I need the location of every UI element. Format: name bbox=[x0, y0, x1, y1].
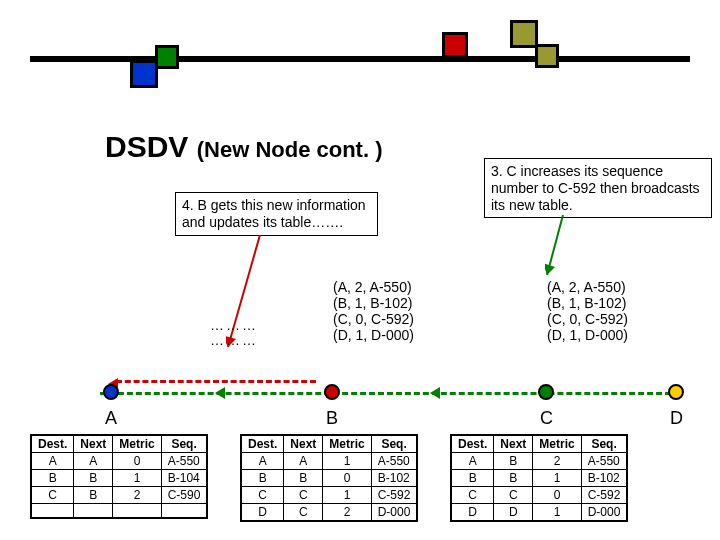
col-dest: Dest. bbox=[451, 435, 494, 453]
node-a-label: A bbox=[105, 408, 117, 429]
tuple: (A, 2, A-550) bbox=[333, 279, 414, 295]
routing-table-b: Dest. Next Metric Seq. AA1A-550 BB0B-102… bbox=[240, 434, 418, 522]
callout-step4: 4. B gets this new information and updat… bbox=[175, 192, 378, 236]
title-main: DSDV bbox=[105, 130, 188, 163]
callout-step3: 3. C increases its sequence number to C-… bbox=[484, 158, 712, 218]
col-metric: Metric bbox=[113, 435, 161, 453]
table-row: BB0B-102 bbox=[241, 470, 417, 487]
header-decor bbox=[30, 20, 690, 85]
title-sub: (New Node cont. ) bbox=[197, 137, 383, 162]
tuple: (D, 1, D-000) bbox=[547, 327, 628, 343]
broadcast-tuples-b: (A, 2, A-550) (B, 1, B-102) (C, 0, C-592… bbox=[333, 279, 414, 343]
arrow-left-icon bbox=[215, 387, 225, 399]
routing-table-a: Dest. Next Metric Seq. AA0A-550 BB1B-104… bbox=[30, 434, 208, 519]
table-row: CC0C-592 bbox=[451, 487, 627, 504]
table-row: AB2A-550 bbox=[451, 453, 627, 470]
broadcast-tuples-c: (A, 2, A-550) (B, 1, B-102) (C, 0, C-592… bbox=[547, 279, 628, 343]
ellipsis-dots: ……… ……… bbox=[210, 318, 258, 349]
node-b-label: B bbox=[326, 408, 338, 429]
col-next: Next bbox=[74, 435, 113, 453]
arrow-red-icon bbox=[260, 235, 261, 325]
table-row: CC1C-592 bbox=[241, 487, 417, 504]
table-row: DD1D-000 bbox=[451, 504, 627, 522]
col-metric: Metric bbox=[323, 435, 371, 453]
xmit-dash-b-to-a bbox=[116, 380, 316, 383]
tuple: (A, 2, A-550) bbox=[547, 279, 628, 295]
table-header: Dest. Next Metric Seq. bbox=[31, 435, 207, 453]
col-dest: Dest. bbox=[31, 435, 74, 453]
node-c-icon bbox=[538, 384, 554, 400]
col-next: Next bbox=[284, 435, 323, 453]
routing-table-c: Dest. Next Metric Seq. AB2A-550 BB1B-102… bbox=[450, 434, 628, 522]
table-row: AA0A-550 bbox=[31, 453, 207, 470]
table-row: BB1B-104 bbox=[31, 470, 207, 487]
header-line bbox=[30, 56, 690, 62]
table-header: Dest. Next Metric Seq. bbox=[241, 435, 417, 453]
table-row: BB1B-102 bbox=[451, 470, 627, 487]
col-seq: Seq. bbox=[161, 435, 207, 453]
col-seq: Seq. bbox=[581, 435, 627, 453]
table-row: CB2C-590 bbox=[31, 487, 207, 504]
node-d-label: D bbox=[670, 408, 683, 429]
decor-olive-square bbox=[510, 20, 538, 48]
node-a-icon bbox=[103, 384, 119, 400]
tuple: (B, 1, B-102) bbox=[547, 295, 628, 311]
col-metric: Metric bbox=[533, 435, 581, 453]
table-header: Dest. Next Metric Seq. bbox=[451, 435, 627, 453]
table-row-empty bbox=[31, 504, 207, 518]
tuple: (C, 0, C-592) bbox=[333, 311, 414, 327]
tuple: (B, 1, B-102) bbox=[333, 295, 414, 311]
node-c-label: C bbox=[540, 408, 553, 429]
col-dest: Dest. bbox=[241, 435, 284, 453]
network-line bbox=[100, 392, 680, 393]
decor-green-square bbox=[155, 45, 179, 69]
dots-row: ……… bbox=[210, 333, 258, 348]
table-row: AA1A-550 bbox=[241, 453, 417, 470]
tuple: (D, 1, D-000) bbox=[333, 327, 414, 343]
node-b-icon bbox=[324, 384, 340, 400]
decor-blue-square bbox=[130, 60, 158, 88]
tuple: (C, 0, C-592) bbox=[547, 311, 628, 327]
decor-olive-square-2 bbox=[535, 44, 559, 68]
col-seq: Seq. bbox=[371, 435, 417, 453]
dots-row: ……… bbox=[210, 318, 258, 333]
arrow-left-icon bbox=[430, 387, 440, 399]
link-dash bbox=[100, 392, 680, 395]
node-d-icon bbox=[668, 384, 684, 400]
table-row: DC2D-000 bbox=[241, 504, 417, 522]
decor-red-square bbox=[442, 32, 468, 58]
col-next: Next bbox=[494, 435, 533, 453]
slide-title: DSDV (New Node cont. ) bbox=[105, 130, 382, 164]
